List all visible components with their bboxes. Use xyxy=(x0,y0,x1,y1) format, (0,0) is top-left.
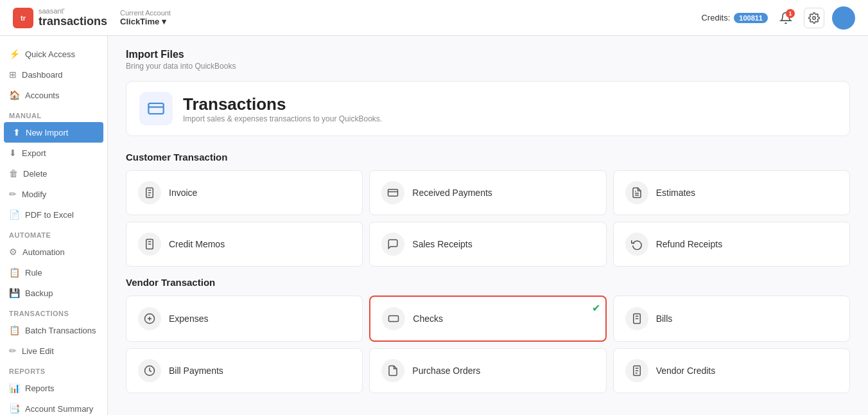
settings-button[interactable] xyxy=(804,8,824,28)
sales-receipts-icon xyxy=(381,233,404,256)
vendor-section: Vendor Transaction Expenses Checks ✔ xyxy=(126,277,850,393)
card-refund-receipts[interactable]: Refund Receipts xyxy=(613,222,850,267)
logo-text-area: saasant' transactions xyxy=(39,7,107,28)
backup-icon: 💾 xyxy=(9,288,20,298)
sidebar-item-automation[interactable]: ⚙ Automation xyxy=(0,242,107,262)
header-left: tr saasant' transactions Current Account… xyxy=(13,7,171,28)
chevron-down-icon: ▾ xyxy=(162,17,166,26)
manual-section-label: MANUAL xyxy=(0,105,107,122)
vendor-credits-icon xyxy=(625,359,648,382)
sidebar-item-batch-transactions[interactable]: 📋 Batch Transactions xyxy=(0,320,107,340)
card-checks[interactable]: Checks ✔ xyxy=(369,296,606,342)
sidebar-label-pdf-to-excel: PDF to Excel xyxy=(25,210,74,220)
card-credit-memos[interactable]: Credit Memos xyxy=(126,222,363,267)
sidebar-item-delete[interactable]: 🗑 Delete xyxy=(0,163,107,184)
purchase-orders-icon xyxy=(381,359,404,382)
customer-section-title: Customer Transaction xyxy=(126,152,850,163)
current-account-label: Current Account xyxy=(120,9,171,17)
bill-payments-label: Bill Payments xyxy=(169,366,223,376)
sidebar-label-automation: Automation xyxy=(22,247,65,257)
customer-cards-row1: Invoice Received Payments Estimates xyxy=(126,170,850,215)
sidebar-label-export: Export xyxy=(22,148,46,158)
card-vendor-credits[interactable]: Vendor Credits xyxy=(613,348,850,393)
svg-rect-1 xyxy=(148,103,163,114)
home-icon: 🏠 xyxy=(9,90,20,100)
credits-area: Credits: 100811 xyxy=(701,13,768,23)
vendor-section-title: Vendor Transaction xyxy=(126,277,850,288)
sidebar-item-rule[interactable]: 📋 Rule xyxy=(0,262,107,283)
sales-receipts-label: Sales Receipts xyxy=(412,239,472,249)
logo-product: transactions xyxy=(39,15,107,28)
card-purchase-orders[interactable]: Purchase Orders xyxy=(369,348,606,393)
sidebar-label-accounts: Accounts xyxy=(25,91,59,100)
sidebar-label-quick-access: Quick Access xyxy=(25,49,75,59)
edit-icon: ✏ xyxy=(9,189,17,199)
notification-button[interactable]: 1 xyxy=(776,8,796,28)
logo-area: tr saasant' transactions xyxy=(13,7,107,28)
estimates-icon xyxy=(625,181,648,204)
card-received-payments[interactable]: Received Payments xyxy=(369,170,606,215)
sidebar-item-dashboard[interactable]: ⊞ Dashboard xyxy=(0,64,107,85)
bills-icon xyxy=(625,307,648,330)
content-area: ⚡ Quick Access ⊞ Dashboard 🏠 Accounts MA… xyxy=(0,36,868,415)
header-right: Credits: 100811 1 xyxy=(701,6,855,30)
card-bill-payments[interactable]: Bill Payments xyxy=(126,348,363,393)
sidebar-label-delete: Delete xyxy=(23,169,48,179)
estimates-label: Estimates xyxy=(656,188,695,198)
sidebar-label-live-edit: Live Edit xyxy=(22,346,54,356)
sidebar-label-account-summary: Account Summary xyxy=(25,404,93,414)
card-sales-receipts[interactable]: Sales Receipts xyxy=(369,222,606,267)
received-payments-label: Received Payments xyxy=(412,188,492,198)
card-expenses[interactable]: Expenses xyxy=(126,296,363,342)
checks-icon xyxy=(382,307,405,330)
batch-icon: 📋 xyxy=(9,325,20,335)
logo-brand: saasant' xyxy=(39,7,107,15)
sidebar-label-reports: Reports xyxy=(25,384,55,393)
vendor-credits-label: Vendor Credits xyxy=(656,366,716,376)
sidebar-item-modify[interactable]: ✏ Modify xyxy=(0,184,107,204)
customer-cards-row2: Credit Memos Sales Receipts Refund Recei… xyxy=(126,222,850,267)
sidebar-item-new-import[interactable]: ⬆ New Import xyxy=(4,122,103,143)
file-icon: 📄 xyxy=(9,209,20,220)
sidebar-item-backup[interactable]: 💾 Backup xyxy=(0,283,107,303)
sidebar-item-export[interactable]: ⬇ Export xyxy=(0,143,107,163)
zap-icon: ⚡ xyxy=(9,49,20,59)
sidebar: ⚡ Quick Access ⊞ Dashboard 🏠 Accounts MA… xyxy=(0,36,108,415)
transactions-description: Import sales & expenses transactions to … xyxy=(183,114,382,123)
page-title: Import Files xyxy=(126,49,850,60)
sidebar-item-accounts[interactable]: 🏠 Accounts xyxy=(0,85,107,105)
invoice-icon xyxy=(138,181,161,204)
sidebar-item-reports[interactable]: 📊 Reports xyxy=(0,378,107,398)
invoice-label: Invoice xyxy=(169,188,197,198)
credit-memos-icon xyxy=(138,233,161,256)
avatar[interactable] xyxy=(832,6,855,30)
sidebar-item-live-edit[interactable]: ✏ Live Edit xyxy=(0,340,107,361)
svg-point-0 xyxy=(813,16,816,19)
credits-label: Credits: xyxy=(701,13,730,22)
sidebar-item-pdf-to-excel[interactable]: 📄 PDF to Excel xyxy=(0,204,107,225)
expenses-label: Expenses xyxy=(169,313,208,324)
account-area: Current Account ClickTime ▾ xyxy=(120,9,171,26)
transactions-section-label: TRANSACTIONS xyxy=(0,303,107,320)
sidebar-label-modify: Modify xyxy=(22,190,46,199)
sidebar-item-account-summary[interactable]: 📑 Account Summary xyxy=(0,398,107,415)
page-header: Import Files Bring your data into QuickB… xyxy=(126,49,850,71)
card-bills[interactable]: Bills xyxy=(613,296,850,342)
reports-icon: 📊 xyxy=(9,383,20,393)
card-invoice[interactable]: Invoice xyxy=(126,170,363,215)
live-edit-icon: ✏ xyxy=(9,346,17,356)
vendor-cards-row1: Expenses Checks ✔ Bills xyxy=(126,296,850,342)
credit-memos-label: Credit Memos xyxy=(169,239,225,249)
refund-receipts-icon xyxy=(625,233,648,256)
transactions-text: Transactions Import sales & expenses tra… xyxy=(183,94,382,123)
purchase-orders-label: Purchase Orders xyxy=(412,366,480,376)
sidebar-label-new-import: New Import xyxy=(26,128,68,137)
account-selector[interactable]: ClickTime ▾ xyxy=(120,17,171,26)
upload-icon: ⬆ xyxy=(13,127,21,137)
sidebar-item-quick-access[interactable]: ⚡ Quick Access xyxy=(0,44,107,64)
card-estimates[interactable]: Estimates xyxy=(613,170,850,215)
automation-icon: ⚙ xyxy=(9,247,17,257)
notification-count: 1 xyxy=(786,9,795,18)
credits-badge: 100811 xyxy=(734,13,768,23)
svg-rect-17 xyxy=(389,316,399,322)
